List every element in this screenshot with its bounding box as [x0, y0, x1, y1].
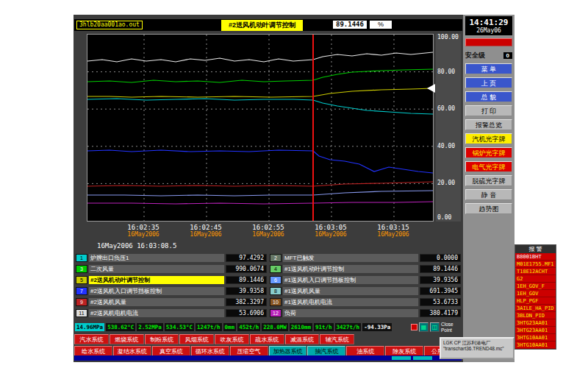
legend-label[interactable]: #1送风机电机电流	[283, 298, 418, 306]
status-value: 14.96MPa	[75, 323, 104, 331]
nav-button[interactable]: 给水系统	[74, 346, 112, 356]
legend-row[interactable]: 3二次风量990.0674	[76, 263, 267, 275]
sidebar-button-electrical-annunciator[interactable]: 电气光字牌	[465, 161, 512, 172]
nav-button[interactable]: 油系统	[346, 346, 384, 356]
alarm-entry[interactable]: 3HTG23AA01	[515, 327, 556, 334]
y-axis: 100.0080.0060.0040.0020.000.00	[436, 34, 461, 222]
legend-row[interactable]: 8#1送风机风量691.3945	[270, 286, 461, 297]
cursor-timestamp: 16May2006 16:03:08.5	[74, 242, 463, 252]
legend-chip: 7	[76, 287, 87, 295]
legend-label[interactable]: 炉膛出口负压1	[89, 254, 224, 262]
legend-chip: 9	[76, 298, 87, 306]
legend-row[interactable]: 6#1送风机入口调节挡板控制39.9356	[270, 275, 461, 286]
sidebar-button-alarm-summary[interactable]: 报警总览	[465, 119, 512, 130]
sidebar-button-menu[interactable]: 菜 单	[465, 63, 512, 74]
y-axis-label: 40.00	[437, 143, 455, 149]
status-value: 0mm	[223, 323, 237, 331]
x-axis-time: 16:03:05	[305, 224, 356, 231]
alarm-list: B8001BHTM01E1755.MF1T18E12ACHTG21EH_GOV_…	[515, 253, 556, 349]
alarm-entry[interactable]: M01E1755.MF1	[515, 261, 556, 268]
close-point-label[interactable]: Close Point	[441, 322, 462, 333]
grid-tool-button[interactable]: ◫	[430, 322, 440, 332]
nav-button[interactable]: 制粉系统	[145, 334, 179, 344]
legend-chip: 4	[270, 265, 282, 273]
y-axis-label: 60.00	[437, 105, 455, 112]
legend-label[interactable]: #2送风机风量	[89, 298, 224, 306]
alarm-entry[interactable]: 3AILE_HA_PID	[515, 305, 556, 312]
nav-button[interactable]: 吹灰系统	[215, 334, 249, 344]
sidebar-button-overview[interactable]: 总 貌	[465, 91, 512, 102]
alarm-entry[interactable]: 3HTG23AA01	[515, 319, 556, 327]
x-axis-label: 16:03:1516May2006	[368, 224, 419, 238]
legend-label[interactable]: #2送风机入口调节挡板控制	[89, 287, 224, 295]
status-value: 3427t/h	[335, 323, 362, 331]
alarm-entry[interactable]: G2	[515, 275, 556, 283]
sidebar-button-prev-page[interactable]: 上 页	[465, 77, 512, 88]
legend-label[interactable]: 负荷	[283, 309, 418, 317]
nav-button[interactable]: 真空系统	[152, 346, 190, 356]
legend-row[interactable]: 10#1送风机电机电流53.6733	[270, 297, 461, 308]
info-line-2: "transchart36.TREND48.mc"	[443, 346, 511, 352]
legend-row[interactable]: 7#2送风机入口调节挡板控制39.9358	[76, 286, 267, 297]
legend-label[interactable]: #1送风机风量	[283, 287, 418, 295]
legend-value: 39.9358	[226, 287, 267, 295]
nav-button[interactable]: 压缩空气	[230, 346, 268, 356]
nav-button[interactable]: 循环水系统	[191, 346, 229, 356]
trend-unit: %	[370, 21, 392, 29]
status-value: 538.62°C	[106, 323, 135, 331]
nav-button[interactable]: 除灰系统	[385, 346, 423, 356]
nav-button[interactable]: 汽水系统	[74, 334, 109, 344]
plot-area[interactable]	[87, 34, 434, 222]
legend-chip: 10	[270, 298, 282, 306]
x-axis: 16:02:3516May200616:02:4516May200616:02:…	[87, 224, 432, 241]
legend-value: 53.6906	[226, 309, 267, 317]
legend-label[interactable]: #2送风机电机电流	[89, 309, 224, 317]
legend-row[interactable]: 4#1送风机动叶调节控制89.1446	[270, 263, 461, 275]
nav-button[interactable]: 疏水系统	[250, 334, 284, 344]
sidebar-button-turbine-annunciator[interactable]: 汽机光字牌	[465, 133, 512, 144]
legend-label[interactable]: #2送风机动叶调节控制	[89, 276, 224, 284]
nav-button[interactable]: 减温系统	[285, 334, 320, 344]
alarm-entry[interactable]: B8001BHT	[515, 253, 556, 261]
legend-label[interactable]: #1送风机入口调节挡板控制	[283, 276, 418, 284]
legend-chip: 11	[76, 309, 87, 317]
nav-button[interactable]: 凝结水系统	[113, 346, 151, 356]
legend-row[interactable]: 1炉膛出口负压197.4292	[76, 252, 267, 263]
legend-chip: 2	[270, 254, 282, 262]
x-axis-time: 16:02:55	[243, 224, 294, 231]
legend-row[interactable]: 11#2送风机电机电流53.6906	[76, 308, 267, 319]
legend-chip: 1	[76, 254, 87, 262]
alarm-entry[interactable]: 1EH_GOV	[515, 290, 556, 297]
legend-row[interactable]: 2MFT已触发0.0000	[270, 252, 461, 263]
nav-button[interactable]: 风烟系统	[179, 334, 214, 344]
legend-label[interactable]: 二次风量	[89, 265, 224, 273]
legend-row[interactable]: 5#2送风机动叶调节控制89.1446	[76, 275, 267, 286]
legend-row[interactable]: 12负荷380.4179	[270, 308, 461, 319]
sidebar-button-boiler-annunciator[interactable]: 锅炉光字牌	[465, 147, 512, 158]
nav-button[interactable]: 燃烧系统	[110, 334, 144, 344]
nav-button[interactable]: 辅汽系统	[320, 334, 354, 344]
alarm-entry[interactable]: 3HTG10AA01	[515, 342, 556, 349]
alarm-entry[interactable]: 3HTG10AA01	[515, 334, 556, 342]
alarm-banner-button[interactable]	[465, 38, 512, 46]
x-axis-date: 16May2006	[180, 231, 232, 238]
nav-button[interactable]: 加热器系统	[269, 346, 307, 356]
legend-label[interactable]: #1送风机动叶调节控制	[283, 265, 418, 273]
strip-button-2[interactable]	[413, 356, 432, 360]
alarm-entry[interactable]: 3BLDN_PID	[515, 312, 556, 319]
alarm-entry[interactable]: T18E12ACHT	[515, 268, 556, 275]
alarm-entry[interactable]: HLP_PGF	[515, 297, 556, 305]
trend-display: 3hlb20aa001ao.out #2送风机动叶调节控制 89.1446 % …	[74, 15, 463, 362]
legend-label[interactable]: MFT已触发	[283, 254, 418, 262]
sidebar-button-fgd-annunciator[interactable]: 脱硫光字牌	[465, 175, 512, 186]
y-axis-label: 80.00	[437, 68, 455, 75]
alarm-entry[interactable]: 1EH_GOV_F	[515, 283, 556, 290]
legend-row[interactable]: 9#2送风机风量382.3297	[76, 297, 267, 308]
strip-button-1[interactable]	[392, 356, 411, 360]
trend-tool-button[interactable]: ▦	[419, 322, 429, 332]
sidebar-button-mute[interactable]: 静 音	[465, 189, 512, 200]
trend-line-unit-load	[87, 202, 433, 204]
nav-button[interactable]: 抽汽系统	[307, 346, 345, 356]
sidebar-button-trend-view[interactable]: 趋势图	[465, 203, 512, 214]
sidebar-button-print[interactable]: 打 印	[465, 105, 512, 116]
